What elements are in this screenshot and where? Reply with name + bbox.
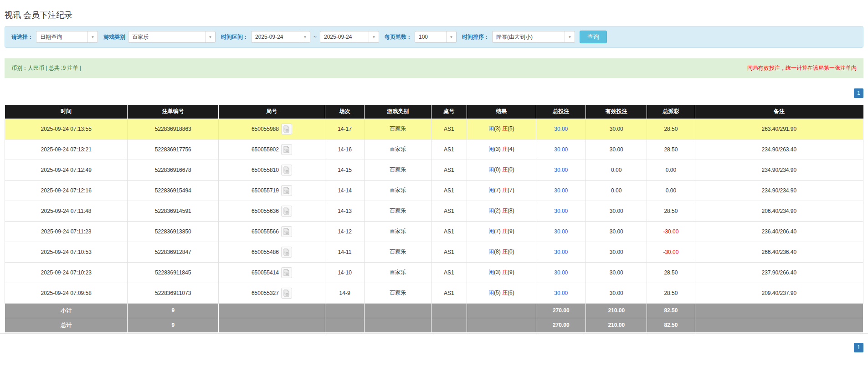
table-header-row: 时间注单编号局号场次游戏类别桌号结果总投注有效投注总派彩备注: [5, 105, 863, 119]
total-bet-link[interactable]: 30.00: [554, 269, 568, 276]
total-bet-link[interactable]: 30.00: [554, 126, 568, 132]
cell-result: 闲(0) 庄(0): [467, 160, 536, 180]
cell-time: 2025-09-24 07:10:23: [5, 262, 128, 283]
round-number: 650055988: [252, 126, 279, 132]
game-type-select[interactable]: 百家乐 ▼: [128, 31, 216, 43]
result-banker-score: (6): [508, 289, 514, 296]
result-player-score: (3): [494, 125, 501, 132]
cell-valid-bet: 30.00: [586, 283, 647, 303]
cell-result: 闲(8) 庄(0): [467, 242, 536, 262]
cell-result: 闲(3) 庄(4): [467, 139, 536, 160]
result-banker-label: 庄: [502, 269, 508, 275]
video-replay-button[interactable]: [281, 247, 292, 258]
page-1-button[interactable]: 1: [854, 88, 863, 98]
video-replay-button[interactable]: [281, 144, 292, 155]
summary-empty-cell: [365, 318, 431, 332]
total-bet-link[interactable]: 30.00: [554, 290, 568, 296]
video-icon: [283, 269, 290, 276]
result-banker-score: (0): [508, 248, 514, 255]
page-1-button[interactable]: 1: [854, 343, 863, 352]
cell-time: 2025-09-24 07:12:16: [5, 180, 128, 201]
result-player-score: (7): [494, 187, 501, 193]
result-player-label: 闲: [488, 248, 494, 255]
cell-time: 2025-09-24 07:09:58: [5, 283, 128, 303]
round-wrap: 650055902: [252, 144, 292, 155]
result-player-score: (8): [494, 248, 501, 255]
cell-remark: 234.90/234.90: [695, 160, 863, 180]
round-number: 650055719: [252, 187, 279, 194]
cell-game-type: 百家乐: [365, 180, 431, 201]
total-bet-link[interactable]: 30.00: [554, 228, 568, 235]
summary-empty-cell: [365, 303, 431, 318]
total-bet-link[interactable]: 30.00: [554, 208, 568, 214]
total-row: 总计9270.00210.0082.50: [5, 318, 863, 332]
video-replay-button[interactable]: [281, 267, 292, 278]
date-to-select[interactable]: 2025-09-24 ▼: [320, 31, 379, 43]
summary-empty-cell: [431, 318, 467, 332]
time-range-label: 时间区间：: [221, 33, 248, 41]
round-wrap: 650055566: [252, 226, 292, 237]
video-replay-button[interactable]: [281, 185, 292, 196]
result-player-score: (7): [494, 228, 501, 234]
cell-round: 650055486: [219, 242, 325, 262]
cell-remark: 234.90/234.90: [695, 180, 863, 201]
result-banker-score: (9): [508, 269, 514, 275]
cell-time: 2025-09-24 07:12:49: [5, 160, 128, 180]
chevron-down-icon: ▼: [87, 31, 98, 42]
cell-table-no: AS1: [431, 262, 467, 283]
summary-empty-cell: [695, 303, 863, 318]
cell-total-bet: 30.00: [536, 139, 586, 160]
search-button[interactable]: 查询: [580, 31, 607, 43]
cell-remark: 236.40/206.40: [695, 221, 863, 242]
cell-payout: 28.50: [647, 139, 695, 160]
video-replay-button[interactable]: [281, 165, 292, 176]
chevron-down-icon: ▼: [446, 31, 456, 42]
round-wrap: 650055414: [252, 267, 292, 278]
cell-total-bet: 30.00: [536, 242, 586, 262]
result-player-score: (0): [494, 166, 501, 173]
cell-bet-id: 522836915494: [128, 180, 219, 201]
cell-time: 2025-09-24 07:13:21: [5, 139, 128, 160]
cell-total-bet: 30.00: [536, 180, 586, 201]
result-banker-score: (4): [508, 146, 514, 152]
summary-total-bet: 270.00: [536, 303, 586, 318]
cell-game-type: 百家乐: [365, 160, 431, 180]
total-bet-link[interactable]: 30.00: [554, 167, 568, 173]
summary-label: 总计: [5, 318, 128, 332]
query-type-select[interactable]: 日期查询 ▼: [36, 31, 98, 43]
table-row: 2025-09-24 07:13:55522836918863650055988…: [5, 119, 863, 139]
video-icon: [283, 289, 290, 297]
result-banker-label: 庄: [502, 207, 508, 214]
video-icon: [283, 187, 290, 194]
column-header: 时间: [5, 105, 128, 119]
total-bet-link[interactable]: 30.00: [554, 249, 568, 255]
video-replay-button[interactable]: [281, 124, 292, 134]
total-bet-link[interactable]: 30.00: [554, 146, 568, 153]
cell-bet-id: 522836918863: [128, 119, 219, 139]
cell-bet-id: 522836913850: [128, 221, 219, 242]
result-player-label: 闲: [488, 125, 494, 132]
round-number: 650055486: [252, 249, 279, 255]
cell-session: 14-16: [325, 139, 365, 160]
cell-payout: 28.50: [647, 201, 695, 221]
game-type-value: 百家乐: [128, 33, 149, 41]
video-replay-button[interactable]: [281, 288, 292, 299]
valid-bet-notice: 同局有效投注，统一计算在该局第一张注单内: [747, 64, 857, 72]
cell-session: 14-11: [325, 242, 365, 262]
time-sort-select[interactable]: 降幂(由大到小) ▼: [492, 31, 575, 43]
chevron-down-icon: ▼: [205, 31, 215, 42]
date-from-select[interactable]: 2025-09-24 ▼: [251, 31, 310, 43]
cell-valid-bet: 0.00: [586, 180, 647, 201]
cell-game-type: 百家乐: [365, 242, 431, 262]
cell-session: 14-9: [325, 283, 365, 303]
game-type-label: 游戏类别: [103, 33, 125, 41]
video-replay-button[interactable]: [281, 226, 292, 237]
cell-table-no: AS1: [431, 242, 467, 262]
video-replay-button[interactable]: [281, 206, 292, 217]
page-size-select[interactable]: 100 ▼: [415, 31, 457, 43]
cell-payout: 0.00: [647, 160, 695, 180]
cell-session: 14-13: [325, 201, 365, 221]
cell-result: 闲(2) 庄(8): [467, 201, 536, 221]
cell-game-type: 百家乐: [365, 262, 431, 283]
total-bet-link[interactable]: 30.00: [554, 187, 568, 194]
